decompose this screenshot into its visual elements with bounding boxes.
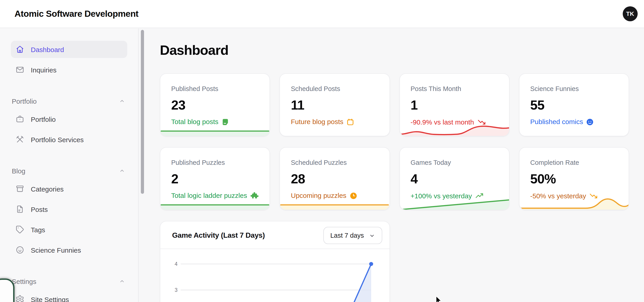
stat-card-published-puzzles: Published Puzzles2Total logic ladder puz… xyxy=(160,147,270,210)
stat-card-title: Scheduled Posts xyxy=(291,86,378,92)
main-content: Dashboard Published Posts23Total blog po… xyxy=(139,28,644,302)
sidebar-item-inquiries[interactable]: Inquiries xyxy=(11,61,127,78)
sidebar-item-posts[interactable]: Posts xyxy=(11,200,127,218)
sidebar-item-label: Dashboard xyxy=(31,46,64,53)
stat-card-published-posts: Published Posts23Total blog posts xyxy=(160,73,270,136)
sidebar-nav: DashboardInquiriesPortfolioPortfolioPort… xyxy=(0,28,138,302)
smiley-icon xyxy=(586,118,594,126)
stat-card-value: 2 xyxy=(171,172,259,186)
briefcase-icon xyxy=(16,114,24,124)
smiley-icon xyxy=(16,246,24,254)
stat-card-value: 28 xyxy=(291,172,378,186)
sparkline xyxy=(520,196,629,210)
stat-card-science-funnies: Science Funnies55Published comics xyxy=(519,73,629,136)
data-point[interactable] xyxy=(369,262,373,266)
sidebar-item-portfolio[interactable]: Portfolio xyxy=(11,110,127,128)
stat-card-value: 55 xyxy=(530,98,618,112)
stat-card-value: 11 xyxy=(291,98,378,112)
sparkline xyxy=(400,196,509,210)
top-bar: Atomic Software Development TK xyxy=(0,0,644,28)
sidebar-section-label: Portfolio xyxy=(12,97,37,105)
stat-card-subtitle: Published comics xyxy=(530,118,618,126)
tools-icon xyxy=(16,135,24,144)
archive-icon xyxy=(16,184,24,193)
mouse-cursor xyxy=(436,296,442,302)
stat-card-subtitle-text: Future blog posts xyxy=(291,118,344,126)
sidebar-item-label: Portfolio Services xyxy=(31,136,84,143)
bottom-left-peek-element xyxy=(0,278,14,302)
chevron-up-icon xyxy=(119,168,126,174)
sidebar-section-settings[interactable]: Settings xyxy=(11,278,127,285)
stat-card-value: 4 xyxy=(410,172,498,186)
y-tick-4: 4 xyxy=(174,261,178,267)
stat-card-title: Scheduled Puzzles xyxy=(291,160,378,166)
sidebar-section-label: Blog xyxy=(12,167,25,175)
calendar-icon xyxy=(346,118,354,126)
stat-card-completion-rate: Completion Rate50%-50% vs yesterday xyxy=(519,147,629,210)
sidebar-section-blog[interactable]: Blog xyxy=(11,167,127,175)
sidebar-item-dashboard[interactable]: Dashboard xyxy=(11,41,127,58)
sidebar-item-label: Science Funnies xyxy=(31,246,81,254)
app-title: Atomic Software Development xyxy=(14,8,138,19)
y-tick-3: 3 xyxy=(174,287,178,293)
stat-card-title: Posts This Month xyxy=(410,86,498,92)
sidebar-item-categories[interactable]: Categories xyxy=(11,180,127,198)
date-range-select[interactable]: Last 7 days xyxy=(324,227,382,244)
sidebar-item-label: Categories xyxy=(31,185,64,193)
stat-card-subtitle-text: Published comics xyxy=(530,118,583,126)
sidebar-scrollbar[interactable] xyxy=(141,30,144,194)
stat-card-games-today: Games Today4+100% vs yesterday xyxy=(399,147,510,210)
mail-icon xyxy=(16,65,24,74)
gear-icon xyxy=(16,295,24,302)
stat-card-value: 50% xyxy=(530,172,618,186)
game-activity-plot: 4 3 xyxy=(160,249,389,302)
chart-title: Game Activity (Last 7 Days) xyxy=(172,231,265,240)
home-icon xyxy=(16,45,24,54)
chevron-up-icon xyxy=(119,278,126,285)
stat-card-title: Published Posts xyxy=(171,86,259,92)
sidebar-item-label: Inquiries xyxy=(31,66,56,74)
sidebar-item-label: Posts xyxy=(31,205,48,213)
stat-card-title: Science Funnies xyxy=(530,86,618,92)
stat-card-subtitle: Future blog posts xyxy=(291,118,378,126)
date-range-value: Last 7 days xyxy=(330,232,364,239)
stat-cards-grid: Published Posts23Total blog postsSchedul… xyxy=(160,73,629,302)
stat-card-title: Completion Rate xyxy=(530,160,618,166)
tag-icon xyxy=(16,225,24,234)
sidebar-item-label: Portfolio xyxy=(31,115,56,123)
series-area xyxy=(345,264,371,302)
sidebar-item-label: Tags xyxy=(31,226,45,234)
stat-card-scheduled-posts: Scheduled Posts11Future blog posts xyxy=(280,73,390,136)
sidebar-item-portfolio-services[interactable]: Portfolio Services xyxy=(11,131,127,148)
sparkline xyxy=(400,122,509,136)
sparkline xyxy=(280,196,390,210)
sidebar-section-portfolio[interactable]: Portfolio xyxy=(11,97,127,105)
sparkline xyxy=(160,196,270,210)
sidebar-item-site-settings[interactable]: Site Settings xyxy=(11,291,127,302)
app-window: Atomic Software Development TK Dashboard… xyxy=(0,0,644,302)
sidebar: DashboardInquiriesPortfolioPortfolioPort… xyxy=(0,28,138,302)
stat-card-value: 23 xyxy=(171,98,259,112)
sidebar-item-label: Site Settings xyxy=(31,296,69,302)
sparkline xyxy=(160,122,270,136)
stat-card-value: 1 xyxy=(410,98,498,112)
stat-card-title: Games Today xyxy=(410,160,498,166)
chevron-up-icon xyxy=(119,98,126,104)
stat-card-scheduled-puzzles: Scheduled Puzzles28Upcoming puzzles xyxy=(280,147,390,210)
user-avatar[interactable]: TK xyxy=(623,6,638,21)
page-title: Dashboard xyxy=(160,43,629,58)
stat-card-posts-this-month: Posts This Month1-90.9% vs last month xyxy=(399,73,510,136)
stat-card-title: Published Puzzles xyxy=(171,160,259,166)
document-icon xyxy=(16,205,24,214)
sidebar-item-tags[interactable]: Tags xyxy=(11,221,127,238)
sidebar-section-label: Settings xyxy=(12,278,36,285)
sidebar-item-science-funnies[interactable]: Science Funnies xyxy=(11,241,127,258)
chevron-down-icon xyxy=(368,232,375,239)
game-activity-chart-card: Game Activity (Last 7 Days) Last 7 days xyxy=(160,221,390,302)
